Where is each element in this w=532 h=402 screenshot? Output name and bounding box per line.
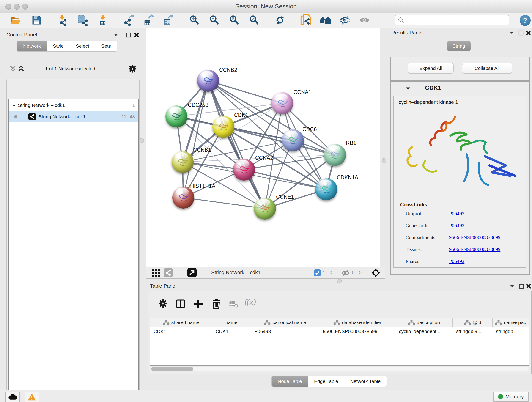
export-table-button[interactable] (142, 14, 155, 26)
panel-menu-icon[interactable] (509, 31, 514, 36)
open-session-button[interactable] (9, 14, 22, 26)
group-nodes-button[interactable] (319, 14, 332, 26)
network-edge[interactable] (183, 81, 208, 198)
close-panel-icon[interactable] (526, 31, 531, 35)
grid-view-icon[interactable] (151, 268, 160, 277)
column-header-@id[interactable]: @id (453, 318, 493, 327)
table-cell[interactable]: stringdb (493, 327, 529, 336)
cloud-status-button[interactable] (5, 392, 20, 402)
column-header-namespac[interactable]: namespac (493, 318, 529, 327)
tab-node-table[interactable]: Node Table (272, 376, 308, 387)
zoom-fit-button[interactable] (228, 14, 241, 26)
import-table-button[interactable] (96, 14, 109, 26)
panel-menu-icon[interactable] (114, 33, 119, 38)
hidden-eye-icon[interactable] (341, 269, 350, 277)
import-network-button[interactable] (56, 14, 69, 26)
function-builder-icon[interactable]: f(x) (244, 297, 256, 307)
network-edge[interactable] (183, 198, 265, 209)
table-cell[interactable]: P06493 (251, 327, 319, 336)
crosslink-value-link[interactable]: 9606.ENSP00000378699 (449, 235, 500, 240)
horizontal-scrollbar[interactable] (151, 367, 529, 371)
column-header-database-identifier[interactable]: database identifier (319, 318, 395, 327)
network-node-cdkn1a[interactable] (315, 178, 337, 200)
close-panel-icon[interactable] (526, 284, 531, 288)
protein-structure-image (398, 109, 522, 198)
crosslink-value-link[interactable]: 9606.ENSP00000378699 (449, 246, 500, 252)
column-header-description[interactable]: description (395, 318, 453, 327)
network-node-cdc25b[interactable] (165, 105, 187, 128)
delete-column-icon[interactable] (211, 298, 222, 309)
table-cell[interactable]: 9606.ENSP00000378699 (319, 327, 395, 336)
network-node-cdk1[interactable] (212, 116, 234, 138)
network-row[interactable]: String Network – cdk1 11 48 (9, 111, 138, 122)
table-cell[interactable]: CDK1 (150, 327, 212, 336)
show-all-button[interactable] (358, 14, 371, 26)
search-input[interactable] (404, 17, 509, 23)
tab-network-table[interactable]: Network Table (344, 376, 387, 387)
float-panel-icon[interactable] (126, 32, 131, 37)
crosslink-value-link[interactable]: P06493 (449, 211, 464, 217)
table-gear-icon[interactable] (158, 298, 168, 308)
table-cell[interactable]: stringdb:9... (453, 327, 493, 336)
crosslink-value-link[interactable]: P06493 (449, 223, 464, 229)
tab-select[interactable]: Select (70, 41, 95, 51)
zoom-out-button[interactable] (208, 14, 221, 26)
collapse-result-icon[interactable] (405, 87, 411, 90)
tab-style[interactable]: Style (47, 41, 70, 51)
show-columns-icon[interactable] (175, 298, 186, 309)
tab-sets[interactable]: Sets (95, 41, 117, 51)
float-panel-icon[interactable] (519, 284, 524, 288)
help-button[interactable]: ? (520, 15, 531, 26)
network-node-hist1h1a[interactable] (172, 186, 194, 209)
export-image-button[interactable] (162, 14, 175, 26)
network-node-ccna2[interactable] (233, 159, 255, 181)
apply-layout-button[interactable] (273, 14, 286, 26)
scrollbar-thumb[interactable] (151, 367, 193, 371)
close-panel-icon[interactable] (134, 32, 139, 37)
network-collection-row[interactable]: String Network – cdk1 1 (9, 99, 138, 111)
network-node-ccne1[interactable] (254, 198, 276, 220)
expand-all-button[interactable]: Expand All (408, 63, 454, 74)
crosslink-value-link[interactable]: P06493 (449, 258, 464, 264)
tab-string[interactable]: String (447, 41, 471, 51)
network-badge-icon[interactable] (164, 268, 173, 277)
birdseye-view-icon[interactable] (187, 268, 196, 277)
gear-icon[interactable] (128, 64, 137, 73)
tab-network[interactable]: Network (17, 41, 47, 51)
column-header-name[interactable]: name (212, 318, 251, 327)
collapse-all-button[interactable]: Collapse All (462, 63, 512, 74)
network-view-canvas[interactable]: CCNB2 CCNA1 CDC25B CDK1 CDC6 RB1 CCNB1 C… (146, 28, 380, 267)
vertical-splitter-handle[interactable] (140, 138, 144, 143)
first-neighbors-button[interactable] (299, 14, 312, 26)
tab-edge-table[interactable]: Edge Table (308, 376, 344, 387)
table-cell[interactable]: cyclin–dependent ... (395, 327, 453, 336)
network-node-ccna1[interactable] (271, 92, 293, 114)
panel-menu-icon[interactable] (510, 284, 515, 289)
column-header-shared-name[interactable]: shared name (150, 318, 212, 327)
warnings-button[interactable] (25, 392, 39, 402)
zoom-selected-button[interactable] (248, 14, 261, 26)
network-node-ccnb1[interactable] (172, 151, 194, 173)
zoom-in-button[interactable] (188, 14, 201, 26)
network-node-cdc6[interactable] (282, 129, 304, 151)
delete-table-icon[interactable] (228, 299, 239, 308)
crosshair-locate-icon[interactable] (371, 268, 381, 278)
add-column-icon[interactable] (193, 298, 204, 309)
collection-expander-icon[interactable] (12, 104, 18, 107)
hide-selected-button[interactable] (339, 14, 352, 26)
network-edge[interactable] (208, 81, 265, 209)
selected-checkbox-icon[interactable] (314, 269, 321, 276)
column-header-canonical-name[interactable]: canonical name (251, 318, 319, 327)
export-network-button[interactable] (123, 14, 135, 26)
float-panel-icon[interactable] (519, 31, 524, 35)
network-node-rb1[interactable] (324, 144, 346, 166)
network-node-ccnb2[interactable] (197, 70, 219, 92)
hierarchy-icon (264, 320, 271, 325)
search-box[interactable] (395, 15, 509, 26)
table-cell[interactable]: CDK1 (212, 327, 251, 336)
memory-button[interactable]: Memory (493, 392, 529, 402)
import-network-from-database-button[interactable] (76, 14, 89, 26)
save-session-button[interactable] (30, 14, 43, 26)
network-edge[interactable] (244, 170, 326, 189)
table-row[interactable]: CDK1CDK1P064939606.ENSP00000378699cyclin… (150, 327, 529, 336)
